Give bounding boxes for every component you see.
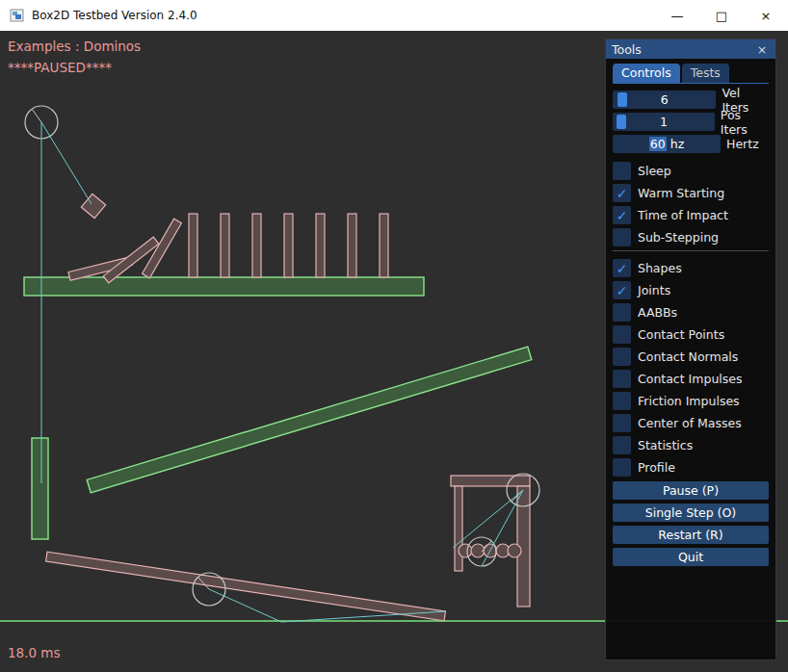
check-icon[interactable] xyxy=(613,436,631,454)
checkbox-contact-impulses[interactable]: Contact Impulses xyxy=(613,370,769,388)
sim-options: Sleep ✓ Warm Starting ✓ Time of Impact S… xyxy=(613,162,769,246)
slider-value: 1 xyxy=(660,115,668,129)
simulation-canvas[interactable]: Examples : Dominos ****PAUSED**** 18.0 m… xyxy=(0,31,788,672)
checkbox-contact-points[interactable]: Contact Points xyxy=(613,325,769,344)
angled-plank xyxy=(87,347,532,493)
check-icon[interactable] xyxy=(613,348,631,366)
checkbox-label: Shapes xyxy=(638,261,682,275)
check-icon[interactable] xyxy=(613,370,631,388)
check-icon[interactable]: ✓ xyxy=(613,259,631,277)
frame-left-post[interactable] xyxy=(455,486,462,571)
slider-label: Pos Iters xyxy=(721,108,769,137)
slider-grab[interactable] xyxy=(617,115,626,129)
check-icon[interactable] xyxy=(613,414,631,432)
paused-label: ****PAUSED**** xyxy=(8,60,112,75)
checkbox-time-of-impact[interactable]: ✓ Time of Impact xyxy=(613,206,769,224)
checkbox-label: Contact Points xyxy=(638,327,724,342)
checkbox-statistics[interactable]: Statistics xyxy=(613,436,769,454)
close-button[interactable]: × xyxy=(744,0,788,31)
tools-panel-header[interactable]: Tools × xyxy=(606,39,775,59)
hertz-input[interactable]: 60 hz xyxy=(613,135,721,153)
check-icon[interactable]: ✓ xyxy=(613,184,631,202)
checkbox-profile[interactable]: Profile xyxy=(613,458,769,477)
domino[interactable] xyxy=(380,214,388,277)
check-icon[interactable] xyxy=(613,458,631,477)
ball[interactable] xyxy=(508,544,521,557)
separator xyxy=(613,250,769,251)
swinging-box[interactable] xyxy=(81,194,105,218)
checkbox-sleep[interactable]: Sleep xyxy=(613,162,769,180)
panel-close-icon[interactable]: × xyxy=(754,42,770,57)
hertz-selected-text: 60 xyxy=(649,137,667,151)
hertz-unit: hz xyxy=(670,137,684,151)
domino[interactable] xyxy=(348,214,356,277)
checkbox-label: Joints xyxy=(638,283,670,297)
checkbox-contact-normals[interactable]: Contact Normals xyxy=(613,348,769,366)
checkbox-label: Sub-Stepping xyxy=(638,230,719,245)
slider-grab[interactable] xyxy=(617,92,627,107)
checkbox-center-of-masses[interactable]: Center of Masses xyxy=(613,414,769,432)
restart-button[interactable]: Restart (R) xyxy=(613,526,769,544)
maximize-button[interactable]: □ xyxy=(699,0,744,31)
domino[interactable] xyxy=(316,214,325,277)
domino[interactable] xyxy=(284,214,293,277)
single-step-button[interactable]: Single Step (O) xyxy=(613,504,769,522)
checkbox-label: Center of Masses xyxy=(638,416,742,430)
checkbox-aabbs[interactable]: AABBs xyxy=(613,303,769,322)
checkbox-label: Contact Normals xyxy=(638,349,738,364)
domino[interactable] xyxy=(189,214,197,277)
checkbox-label: Sleep xyxy=(638,164,671,178)
check-icon[interactable] xyxy=(613,162,631,180)
check-icon[interactable] xyxy=(613,392,631,410)
domino[interactable] xyxy=(221,214,229,277)
dynamic-bodies[interactable] xyxy=(46,194,530,621)
pause-button[interactable]: Pause (P) xyxy=(613,481,769,500)
action-buttons: Pause (P) Single Step (O) Restart (R) Qu… xyxy=(613,481,769,566)
tools-panel-title: Tools xyxy=(612,42,754,57)
checkbox-warm-starting[interactable]: ✓ Warm Starting xyxy=(613,184,769,202)
draw-options: ✓ Shapes ✓ Joints AABBs Contact Points xyxy=(613,259,769,477)
checkbox-sub-stepping[interactable]: Sub-Stepping xyxy=(613,228,769,246)
slider-label: Hertz xyxy=(726,137,759,151)
frame-time-label: 18.0 ms xyxy=(8,645,61,660)
app-icon xyxy=(10,8,25,23)
window-titlebar[interactable]: Box2D Testbed Version 2.4.0 — □ × xyxy=(0,0,788,31)
tab-bar: Controls Tests xyxy=(613,62,769,84)
window-controls: — □ × xyxy=(655,0,788,31)
checkbox-label: Time of Impact xyxy=(638,208,728,222)
minimize-button[interactable]: — xyxy=(655,0,699,31)
app-window: Box2D Testbed Version 2.4.0 — □ × xyxy=(0,0,788,672)
tools-panel: Tools × Controls Tests 6 Vel Iters xyxy=(605,39,776,660)
tab-tests[interactable]: Tests xyxy=(682,64,729,83)
window-title: Box2D Testbed Version 2.4.0 xyxy=(32,9,197,22)
vel-iters-slider[interactable]: 6 xyxy=(613,90,716,109)
vertical-block xyxy=(32,438,48,539)
tools-panel-body: Controls Tests 6 Vel Iters 1 xyxy=(606,59,775,566)
pos-iters-slider[interactable]: 1 xyxy=(613,113,715,131)
checkbox-label: AABBs xyxy=(638,305,677,320)
example-label: Examples : Dominos xyxy=(8,39,141,54)
quit-button[interactable]: Quit xyxy=(613,548,769,566)
domino-platform xyxy=(24,277,424,296)
checkbox-label: Contact Impulses xyxy=(638,372,743,386)
checkbox-label: Statistics xyxy=(638,438,693,452)
checkbox-label: Friction Impulses xyxy=(638,394,740,408)
checkbox-friction-impulses[interactable]: Friction Impulses xyxy=(613,392,769,410)
check-icon[interactable] xyxy=(613,303,631,322)
slider-section: 6 Vel Iters 1 Pos Iters 60 xyxy=(613,90,769,153)
tab-controls[interactable]: Controls xyxy=(613,64,680,83)
slider-value: 6 xyxy=(661,92,669,107)
wheel-spoke xyxy=(32,109,41,122)
checkbox-shapes[interactable]: ✓ Shapes xyxy=(613,259,769,277)
check-icon[interactable] xyxy=(613,228,631,246)
ball[interactable] xyxy=(459,544,472,557)
checkbox-label: Profile xyxy=(638,460,675,475)
frame-top-bar[interactable] xyxy=(451,476,530,486)
checkbox-joints[interactable]: ✓ Joints xyxy=(613,281,769,299)
check-icon[interactable] xyxy=(613,325,631,344)
tilted-board[interactable] xyxy=(46,552,446,621)
check-icon[interactable]: ✓ xyxy=(613,206,631,224)
check-icon[interactable]: ✓ xyxy=(613,281,631,299)
checkbox-label: Warm Starting xyxy=(638,186,724,200)
domino[interactable] xyxy=(252,214,261,277)
